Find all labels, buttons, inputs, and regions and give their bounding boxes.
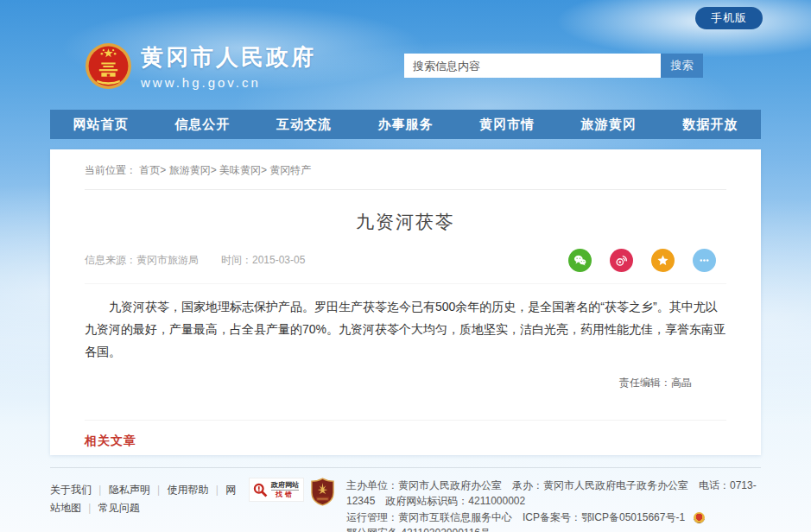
nav-item[interactable]: 黄冈市情 (456, 110, 558, 139)
header: 手机版 黄冈市人民政府 www.hg.gov.cn (50, 0, 761, 110)
article-meta-row: 信息来源：黄冈市旅游局时间：2015-03-05 (85, 249, 726, 284)
weibo-share-icon[interactable] (610, 249, 633, 272)
site-error-report-badge[interactable]: 政府网站 找错 (249, 478, 304, 502)
content-panel: 当前位置： 首页> 旅游黄冈> 美味黄冈> 黄冈特产 九资河茯苓 信息来源：黄冈… (50, 149, 761, 455)
footer-links: 关于我们隐私声明使用帮助网站地图常见问题 (50, 476, 244, 532)
nav-item[interactable]: 数据开放 (659, 110, 761, 139)
breadcrumb-path[interactable]: 首页> 旅游黄冈> 美味黄冈> 黄冈特产 (139, 164, 311, 176)
site-logo[interactable]: 黄冈市人民政府 www.hg.gov.cn (85, 42, 316, 90)
footer-link[interactable]: 隐私声明 (109, 484, 168, 496)
nav-item[interactable]: 网站首页 (50, 110, 152, 139)
footer-operation-line: 运行管理：黄冈市互联信息服务中心 ICP备案号：鄂ICP备05015667号-1 (346, 510, 685, 525)
search-box: 搜索 (404, 54, 703, 78)
footer-host-line: 主办单位：黄冈市人民政府办公室 承办：黄冈市人民政府电子政务办公室 电话：071… (346, 478, 761, 509)
share-buttons (550, 249, 716, 272)
footer-badges: 政府网站 找错 (249, 478, 334, 532)
breadcrumb-label: 当前位置： (85, 164, 136, 176)
nav-item[interactable]: 互动交流 (253, 110, 355, 139)
police-badge-icon (694, 512, 705, 523)
source-label: 信息来源： (85, 254, 136, 266)
nav-item[interactable]: 信息公开 (152, 110, 254, 139)
related-articles-heading: 相关文章 (85, 434, 726, 449)
site-name: 黄冈市人民政府 (141, 42, 316, 73)
related-divider (85, 420, 726, 421)
national-emblem-icon (85, 42, 132, 90)
page-title: 九资河茯苓 (85, 210, 726, 234)
nav-item[interactable]: 办事服务 (355, 110, 457, 139)
nav-item[interactable]: 旅游黄冈 (558, 110, 660, 139)
search-input[interactable] (404, 54, 661, 78)
government-shield-badge[interactable] (311, 478, 334, 506)
footer-link[interactable]: 常见问题 (98, 502, 140, 514)
mobile-version-button[interactable]: 手机版 (695, 7, 763, 29)
main-nav: 网站首页信息公开互动交流办事服务黄冈市情旅游黄冈数据开放 (50, 110, 761, 139)
time-label: 时间： (221, 254, 252, 266)
search-button[interactable]: 搜索 (661, 54, 703, 78)
footer: 关于我们隐私声明使用帮助网站地图常见问题 政府网站 找错 (50, 467, 761, 532)
editor-credit: 责任编辑：高晶 (85, 376, 726, 390)
breadcrumb: 当前位置： 首页> 旅游黄冈> 美味黄冈> 黄冈特产 (85, 149, 726, 190)
badge-line1: 政府网站 (271, 481, 299, 490)
footer-link[interactable]: 关于我们 (50, 484, 109, 496)
footer-info: 主办单位：黄冈市人民政府办公室 承办：黄冈市人民政府电子政务办公室 电话：071… (346, 476, 761, 532)
source-value: 黄冈市旅游局 (136, 254, 199, 266)
footer-link[interactable]: 使用帮助 (168, 484, 226, 496)
police-record-link[interactable]: 鄂公网安备 42110202000116号 (346, 525, 491, 532)
badge-line2: 找错 (271, 490, 299, 499)
time-value: 2015-03-05 (252, 254, 305, 266)
site-url: www.hg.gov.cn (141, 75, 316, 90)
qzone-share-icon[interactable] (651, 249, 675, 272)
wechat-share-icon[interactable] (568, 249, 592, 272)
more-share-icon[interactable] (693, 249, 716, 272)
article-meta: 信息来源：黄冈市旅游局时间：2015-03-05 (85, 253, 305, 268)
magnifier-icon (252, 482, 269, 498)
article-body: 九资河茯苓，国家地理标志保护产品。罗田生产茯苓迄今已有500余年的历史，是全国著… (85, 295, 726, 363)
